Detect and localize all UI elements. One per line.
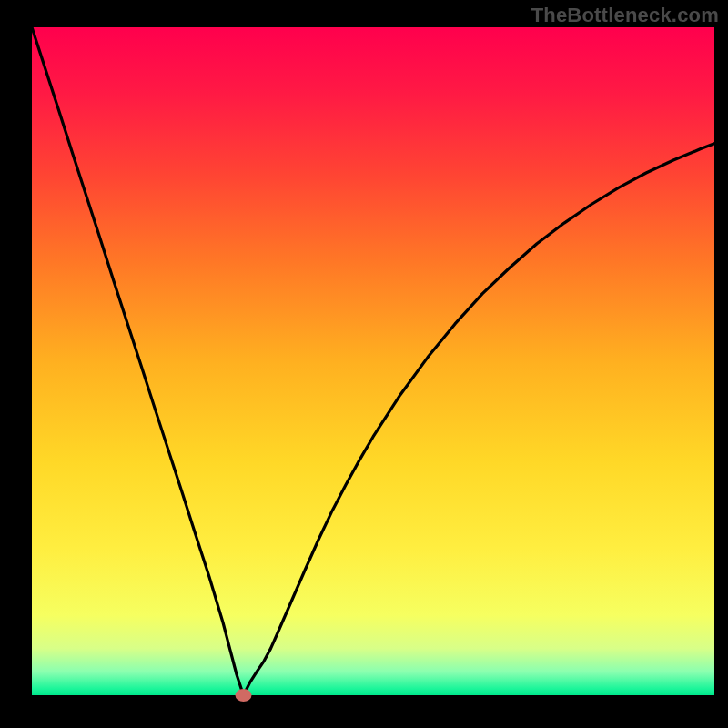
- chart-container: { "watermark": "TheBottleneck.com", "cha…: [0, 0, 728, 728]
- svg-point-1: [236, 689, 252, 702]
- watermark-text: TheBottleneck.com: [531, 4, 719, 27]
- bottleneck-curve-chart: [0, 0, 728, 728]
- svg-rect-0: [32, 27, 714, 695]
